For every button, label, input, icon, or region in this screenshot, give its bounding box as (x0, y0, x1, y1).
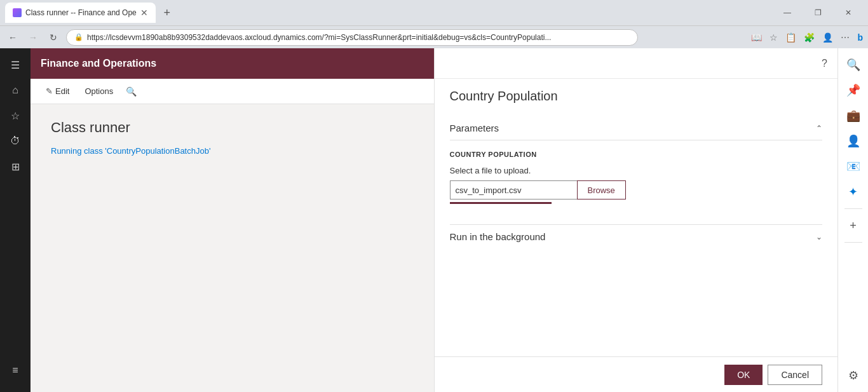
browser-chrome: Class runner -- Finance and Ope ✕ + — ❐ … (0, 0, 868, 25)
field-group-title: COUNTRY POPULATION (450, 151, 823, 158)
refresh-button[interactable]: ↻ (46, 30, 61, 45)
address-bar[interactable]: 🔒 https://lcsdevvm1890ab8b9309532daddeva… (66, 29, 638, 46)
parameters-section-content: COUNTRY POPULATION Select a file to uplo… (450, 140, 823, 214)
parameters-section-title: Parameters (450, 123, 499, 133)
page-title: Class runner (51, 119, 414, 136)
file-field-label: Select a file to upload. (450, 166, 823, 175)
back-button[interactable]: ← (5, 30, 20, 45)
file-name-input[interactable] (450, 180, 577, 199)
fo-page: Class runner Running class 'CountryPopul… (31, 104, 434, 392)
tab-favicon (13, 8, 22, 17)
fo-header-title: Finance and Operations (41, 58, 156, 69)
sidebar-workspaces-icon[interactable]: ⊞ (4, 155, 27, 178)
collections-bar-icon[interactable]: 📋 (785, 32, 796, 43)
fo-header: Finance and Operations (31, 48, 434, 79)
dialog-title: Country Population (450, 89, 823, 104)
file-input-row: Browse (450, 180, 823, 199)
close-button[interactable]: ✕ (834, 1, 863, 24)
ok-button[interactable]: OK (724, 365, 763, 385)
edge-search-icon[interactable]: 🔍 (842, 53, 865, 76)
new-tab-button[interactable]: + (158, 4, 176, 22)
browser-toolbar-actions: 📖 ☆ 📋 🧩 👤 ⋯ b (751, 32, 863, 43)
edit-button[interactable]: ✎ Edit (41, 84, 74, 98)
browser-tab[interactable]: Class runner -- Finance and Ope ✕ (5, 3, 156, 23)
url-text: https://lcsdevvm1890ab8b9309532daddevaos… (87, 33, 630, 42)
bing-copilot-icon[interactable]: b (857, 32, 863, 43)
parameters-section: Parameters ⌃ COUNTRY POPULATION Select a… (450, 116, 823, 214)
dialog-footer: OK Cancel (435, 356, 838, 392)
dialog-header: ? (435, 48, 838, 79)
tab-title: Class runner -- Finance and Ope (25, 8, 137, 17)
class-link[interactable]: Running class 'CountryPopulationBatchJob… (51, 146, 210, 156)
read-mode-icon[interactable]: 📖 (751, 32, 762, 43)
main-layout: ☰ ⌂ ☆ ⏱ ⊞ ≡ Finance and Operations ✎ Edi… (0, 48, 868, 392)
page-subtitle: Running class 'CountryPopulationBatchJob… (51, 146, 414, 156)
favorites-icon[interactable]: ☆ (770, 32, 778, 43)
edge-copilot-icon[interactable]: ✦ (842, 180, 865, 203)
fo-toolbar: ✎ Edit Options 🔍 (31, 79, 434, 104)
address-bar-row: ← → ↻ 🔒 https://lcsdevvm1890ab8b9309532d… (0, 25, 868, 48)
cancel-button[interactable]: Cancel (768, 365, 822, 385)
dialog-body: Country Population Parameters ⌃ COUNTRY … (435, 79, 838, 356)
run-background-title: Run in the background (450, 231, 546, 242)
forward-button[interactable]: → (25, 30, 41, 45)
sidebar-list-icon[interactable]: ≡ (4, 359, 27, 382)
maximize-button[interactable]: ❐ (803, 1, 832, 24)
profile-avatar[interactable]: 👤 (822, 32, 833, 43)
edge-outlook-icon[interactable]: 📧 (842, 155, 865, 178)
edge-profile-icon[interactable]: 👤 (842, 130, 865, 152)
minimize-button[interactable]: — (773, 1, 802, 24)
sidebar-home-icon[interactable]: ⌂ (4, 79, 27, 102)
edge-collections-icon[interactable]: 📌 (842, 79, 865, 102)
edge-divider (844, 208, 862, 209)
run-background-header[interactable]: Run in the background ⌄ (450, 224, 823, 248)
dialog-panel: ? Country Population Parameters ⌃ COUNTR… (434, 48, 838, 392)
edge-divider-2 (844, 242, 862, 243)
browser-extensions-icon[interactable]: 🧩 (804, 32, 815, 43)
edge-add-icon[interactable]: + (842, 214, 865, 237)
browse-button[interactable]: Browse (577, 180, 626, 199)
file-upload-progress (450, 202, 552, 204)
edge-wallet-icon[interactable]: 💼 (842, 104, 865, 127)
fo-sidebar: ☰ ⌂ ☆ ⏱ ⊞ ≡ (0, 48, 31, 392)
edge-sidebar: 🔍 📌 💼 👤 📧 ✦ + ⚙ (837, 48, 868, 392)
security-lock-icon: 🔒 (74, 33, 83, 41)
fo-content: Finance and Operations ✎ Edit Options 🔍 … (31, 48, 434, 392)
run-background-section: Run in the background ⌄ (450, 224, 823, 248)
options-label: Options (85, 86, 113, 96)
edit-icon: ✎ (46, 86, 53, 96)
more-options-icon[interactable]: ⋯ (841, 32, 850, 43)
run-background-chevron-icon: ⌄ (816, 233, 822, 241)
window-controls: — ❐ ✕ (773, 1, 863, 24)
options-button[interactable]: Options (79, 84, 118, 98)
sidebar-hamburger-icon[interactable]: ☰ (4, 53, 27, 76)
parameters-chevron-icon: ⌃ (816, 124, 822, 133)
tab-close-btn[interactable]: ✕ (140, 8, 148, 18)
sidebar-recent-icon[interactable]: ⏱ (4, 130, 27, 152)
toolbar-search-button[interactable]: 🔍 (123, 84, 139, 99)
help-button[interactable]: ? (822, 58, 827, 69)
parameters-section-header[interactable]: Parameters ⌃ (450, 116, 823, 140)
sidebar-favorites-icon[interactable]: ☆ (4, 104, 27, 127)
edit-label: Edit (55, 86, 69, 96)
edge-settings-icon[interactable]: ⚙ (842, 364, 865, 387)
